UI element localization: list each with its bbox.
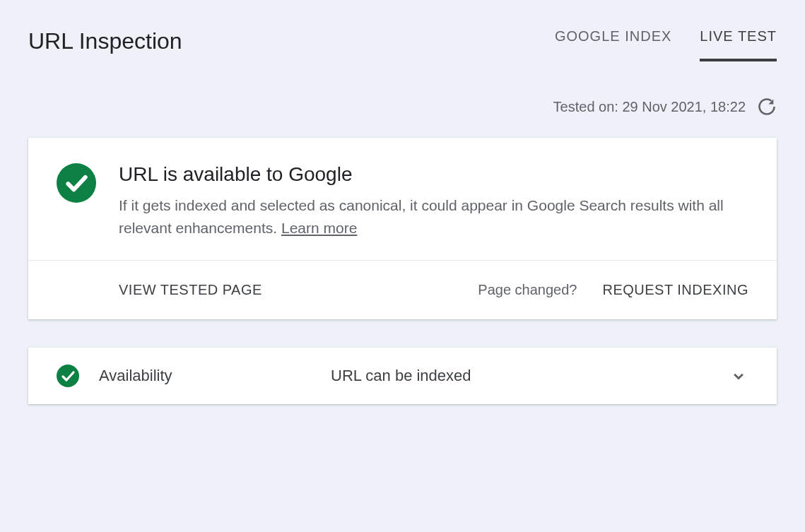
svg-point-0 bbox=[57, 163, 96, 203]
status-title: URL is available to Google bbox=[119, 163, 748, 186]
check-circle-icon bbox=[57, 163, 96, 203]
chevron-down-icon[interactable] bbox=[729, 366, 748, 386]
availability-row[interactable]: Availability URL can be indexed bbox=[28, 348, 777, 404]
header: URL Inspection GOOGLE INDEX LIVE TEST bbox=[28, 28, 777, 61]
check-circle-icon bbox=[57, 365, 79, 387]
tab-google-index[interactable]: GOOGLE INDEX bbox=[555, 28, 671, 61]
request-indexing-button[interactable]: REQUEST INDEXING bbox=[602, 282, 748, 298]
page-changed-label: Page changed? bbox=[478, 282, 577, 298]
refresh-icon[interactable] bbox=[757, 97, 777, 117]
status-card: URL is available to Google If it gets in… bbox=[28, 138, 777, 319]
availability-value: URL can be indexed bbox=[331, 367, 709, 385]
status-description-text: If it gets indexed and selected as canon… bbox=[119, 197, 724, 236]
svg-point-1 bbox=[57, 365, 79, 387]
status-description: If it gets indexed and selected as canon… bbox=[119, 194, 748, 239]
status-card-main: URL is available to Google If it gets in… bbox=[28, 138, 777, 261]
tabs: GOOGLE INDEX LIVE TEST bbox=[555, 28, 777, 61]
page-title: URL Inspection bbox=[28, 28, 182, 54]
tested-on-label: Tested on: 29 Nov 2021, 18:22 bbox=[553, 99, 746, 115]
view-tested-page-button[interactable]: VIEW TESTED PAGE bbox=[119, 282, 262, 298]
tab-live-test[interactable]: LIVE TEST bbox=[700, 28, 777, 61]
status-card-actions: VIEW TESTED PAGE Page changed? REQUEST I… bbox=[28, 261, 777, 319]
learn-more-link[interactable]: Learn more bbox=[281, 220, 357, 236]
availability-label: Availability bbox=[99, 367, 311, 385]
status-card-content: URL is available to Google If it gets in… bbox=[119, 163, 748, 239]
tested-row: Tested on: 29 Nov 2021, 18:22 bbox=[28, 97, 777, 117]
